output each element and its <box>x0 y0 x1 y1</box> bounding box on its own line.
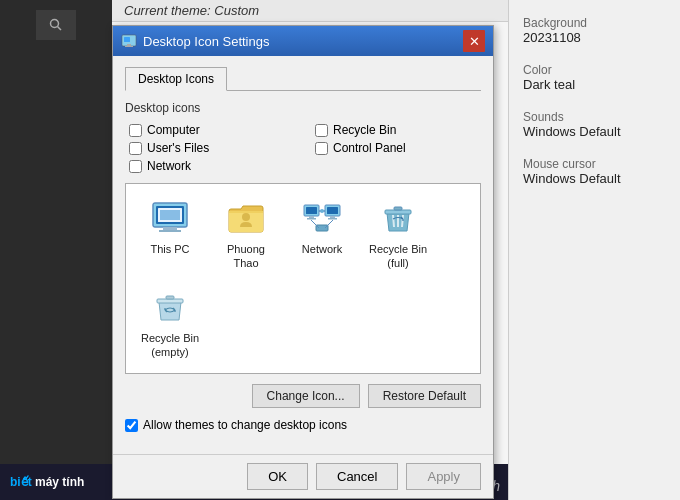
svg-rect-11 <box>160 210 180 220</box>
this-pc-label: This PC <box>150 242 189 256</box>
checkbox-recycle-bin[interactable]: Recycle Bin <box>315 123 481 137</box>
cancel-button[interactable]: Cancel <box>316 463 398 490</box>
svg-line-1 <box>58 27 62 31</box>
restore-default-button[interactable]: Restore Default <box>368 384 481 408</box>
checkbox-computer[interactable]: Computer <box>129 123 295 137</box>
recycle-bin-empty-icon <box>150 287 190 327</box>
svg-rect-28 <box>157 299 183 303</box>
svg-point-0 <box>51 20 59 28</box>
dialog-icon <box>121 33 137 49</box>
icon-grid-area: This PC Phuong Thao <box>125 183 481 374</box>
tab-desktop-icons[interactable]: Desktop Icons <box>125 67 227 91</box>
checkbox-network-input[interactable] <box>129 160 142 173</box>
theme-mouse-cursor: Mouse cursor Windows Default <box>523 157 666 186</box>
svg-rect-9 <box>159 230 181 232</box>
theme-background: Background 20231108 <box>523 16 666 45</box>
svg-point-12 <box>242 213 250 221</box>
checkbox-computer-input[interactable] <box>129 124 142 137</box>
svg-rect-23 <box>316 225 328 231</box>
theme-sounds: Sounds Windows Default <box>523 110 666 139</box>
apply-button[interactable]: Apply <box>406 463 481 490</box>
dialog-title: Desktop Icon Settings <box>143 34 463 49</box>
icon-phuong-thao[interactable]: Phuong Thao <box>210 192 282 277</box>
checkbox-recycle-bin-input[interactable] <box>315 124 328 137</box>
recycle-bin-full-icon <box>378 198 418 238</box>
svg-rect-16 <box>307 218 316 220</box>
watermark-logo: biết máy tính <box>10 475 84 489</box>
svg-point-22 <box>320 209 324 213</box>
network-label: Network <box>302 242 342 256</box>
svg-rect-15 <box>309 216 314 218</box>
allow-themes-checkbox[interactable] <box>125 419 138 432</box>
checkboxes-grid: Computer Recycle Bin User's Files Contro… <box>125 123 481 173</box>
theme-color: Color Dark teal <box>523 63 666 92</box>
network-icon <box>302 198 342 238</box>
ok-button[interactable]: OK <box>247 463 308 490</box>
checkbox-control-panel-input[interactable] <box>315 142 328 155</box>
folder-icon <box>226 198 266 238</box>
change-icon-button[interactable]: Change Icon... <box>252 384 360 408</box>
allow-themes-row: Allow themes to change desktop icons <box>125 418 481 432</box>
current-theme-text: Current theme: Custom <box>124 3 259 18</box>
dialog-close-button[interactable]: ✕ <box>463 30 485 52</box>
section-title: Desktop icons <box>125 101 481 115</box>
right-panel: Background 20231108 Color Dark teal Soun… <box>508 0 680 500</box>
icon-network[interactable]: Network <box>286 192 358 277</box>
dialog-body: Desktop Icons Desktop icons Computer Rec… <box>113 56 493 454</box>
icon-this-pc[interactable]: This PC <box>134 192 206 277</box>
allow-themes-label: Allow themes to change desktop icons <box>143 418 347 432</box>
color-value: Dark teal <box>523 77 666 92</box>
this-pc-icon <box>150 198 190 238</box>
search-icon[interactable] <box>36 10 76 40</box>
checkbox-users-files[interactable]: User's Files <box>129 141 295 155</box>
recycle-bin-full-label: Recycle Bin(full) <box>369 242 427 271</box>
mouse-cursor-value: Windows Default <box>523 171 666 186</box>
phuong-thao-label: Phuong Thao <box>214 242 278 271</box>
current-theme-bar: Current theme: Custom <box>112 0 508 22</box>
svg-rect-29 <box>166 296 174 299</box>
svg-rect-3 <box>124 37 130 42</box>
dialog-footer: OK Cancel Apply <box>113 454 493 498</box>
icon-recycle-bin-empty[interactable]: Recycle Bin(empty) <box>134 281 206 366</box>
svg-rect-4 <box>127 44 131 46</box>
svg-rect-20 <box>328 218 337 220</box>
svg-rect-8 <box>163 227 177 230</box>
desktop-icon-settings-dialog: Desktop Icon Settings ✕ Desktop Icons De… <box>112 25 494 499</box>
background-label: Background <box>523 16 666 30</box>
svg-line-25 <box>325 220 333 228</box>
icon-recycle-bin-full[interactable]: Recycle Bin(full) <box>362 192 434 277</box>
recycle-bin-empty-label: Recycle Bin(empty) <box>141 331 199 360</box>
svg-rect-14 <box>306 207 317 214</box>
svg-rect-5 <box>125 46 133 47</box>
icon-btn-row: Change Icon... Restore Default <box>125 384 481 408</box>
svg-rect-18 <box>327 207 338 214</box>
sounds-value: Windows Default <box>523 124 666 139</box>
left-sidebar <box>0 0 112 500</box>
color-label: Color <box>523 63 666 77</box>
svg-rect-19 <box>330 216 335 218</box>
checkbox-users-files-input[interactable] <box>129 142 142 155</box>
checkbox-network[interactable]: Network <box>129 159 295 173</box>
sounds-label: Sounds <box>523 110 666 124</box>
tab-bar: Desktop Icons <box>125 66 481 91</box>
svg-rect-26 <box>385 210 411 214</box>
background-value: 20231108 <box>523 30 666 45</box>
mouse-cursor-label: Mouse cursor <box>523 157 666 171</box>
svg-line-24 <box>311 220 319 228</box>
svg-rect-27 <box>394 207 402 210</box>
checkbox-control-panel[interactable]: Control Panel <box>315 141 481 155</box>
dialog-titlebar[interactable]: Desktop Icon Settings ✕ <box>113 26 493 56</box>
